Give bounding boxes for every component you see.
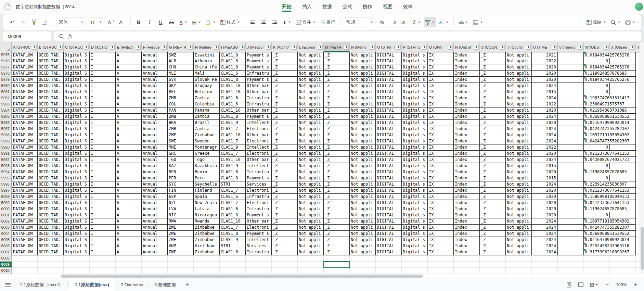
- row-header-6010[interactable]: 6010: [0, 268, 12, 274]
- cell[interactable]: _Z: [324, 169, 350, 175]
- cell[interactable]: [298, 255, 324, 262]
- cell[interactable]: Not appli: [350, 188, 376, 194]
- sheet-list-icon[interactable]: [5, 282, 11, 288]
- cell[interactable]: [38, 262, 64, 268]
- cell[interactable]: IX: [428, 101, 454, 107]
- cell[interactable]: [402, 274, 428, 274]
- cell[interactable]: Annual: [142, 225, 168, 231]
- cell[interactable]: 0.0424747355282307: [584, 225, 636, 231]
- row-header-5990[interactable]: 5990: [0, 144, 12, 151]
- cell[interactable]: Peru: [194, 175, 220, 181]
- cell[interactable]: Not appli: [506, 163, 532, 169]
- cell[interactable]: [610, 255, 636, 262]
- cell[interactable]: DATAFLOW: [12, 101, 38, 107]
- cell[interactable]: 2024: [532, 225, 558, 231]
- cell[interactable]: Not appli: [298, 249, 324, 255]
- filter-dropdown-icon[interactable]: [448, 45, 453, 50]
- cell[interactable]: [168, 268, 194, 274]
- cell[interactable]: Annual: [142, 83, 168, 89]
- cell[interactable]: [90, 255, 116, 262]
- filter-dropdown-icon[interactable]: [474, 45, 479, 50]
- cell[interactable]: Index: [454, 132, 480, 138]
- cell[interactable]: IX: [428, 249, 454, 255]
- cell[interactable]: I: [90, 101, 116, 107]
- cell[interactable]: Index: [454, 58, 480, 64]
- cell[interactable]: [506, 274, 532, 274]
- cell[interactable]: [324, 255, 350, 262]
- cell[interactable]: DATAFLOW: [12, 64, 38, 71]
- cell[interactable]: [558, 95, 584, 101]
- cell[interactable]: [272, 268, 298, 274]
- cell[interactable]: Digital S: [64, 114, 90, 120]
- cell[interactable]: Not appli: [506, 175, 532, 181]
- cell[interactable]: Annual: [142, 175, 168, 181]
- cell[interactable]: Not appli: [350, 237, 376, 243]
- cell[interactable]: Mali: [194, 71, 220, 77]
- cell[interactable]: 0.0368068851530552: [584, 231, 636, 237]
- cell[interactable]: _Z: [324, 225, 350, 231]
- cell[interactable]: Not appli: [350, 126, 376, 132]
- cell[interactable]: Not appli: [298, 225, 324, 231]
- cell[interactable]: IX: [428, 237, 454, 243]
- cell[interactable]: Electroni: [246, 188, 272, 194]
- cell[interactable]: [558, 77, 584, 83]
- cell[interactable]: Zimbabwe: [194, 225, 220, 231]
- cell[interactable]: Not appli: [350, 225, 376, 231]
- cell[interactable]: Digital S: [64, 188, 90, 194]
- cell[interactable]: DIGITAL: [376, 52, 402, 58]
- cell[interactable]: Index: [454, 188, 480, 194]
- cell[interactable]: [610, 212, 636, 218]
- cell[interactable]: [142, 274, 168, 274]
- cell[interactable]: Annual: [142, 163, 168, 169]
- cell[interactable]: [90, 262, 116, 268]
- cell[interactable]: DIGITAL: [376, 181, 402, 188]
- cell[interactable]: _Z: [272, 169, 298, 175]
- cell[interactable]: Digital S: [64, 138, 90, 144]
- cell[interactable]: Not appli: [506, 188, 532, 194]
- cell[interactable]: I: [90, 138, 116, 144]
- cell[interactable]: I: [90, 225, 116, 231]
- cell[interactable]: IX: [428, 71, 454, 77]
- cell[interactable]: Infrastru: [246, 95, 272, 101]
- menu-tab[interactable]: 效率: [402, 1, 413, 13]
- row-header-5981[interactable]: 5981: [0, 89, 12, 95]
- view-switcher-button[interactable]: ⊞: [590, 281, 598, 288]
- cell[interactable]: I: [90, 126, 116, 132]
- cell[interactable]: OECD.TAD.: [38, 243, 64, 249]
- filter-button[interactable]: [424, 17, 436, 27]
- cell[interactable]: Digital s: [402, 144, 428, 151]
- cell[interactable]: 2024: [532, 243, 558, 249]
- cell[interactable]: Not appli: [298, 144, 324, 151]
- cell[interactable]: [38, 274, 64, 274]
- cell[interactable]: DIGITAL: [376, 157, 402, 163]
- cell[interactable]: [558, 58, 584, 64]
- cell[interactable]: Digital s: [402, 77, 428, 83]
- cell[interactable]: Digital s: [402, 101, 428, 107]
- cell[interactable]: OECD.TAD.: [38, 95, 64, 101]
- cell[interactable]: [532, 255, 558, 262]
- cell[interactable]: Digital S: [64, 120, 90, 126]
- cell[interactable]: [454, 274, 480, 274]
- cell[interactable]: [454, 268, 480, 274]
- cell[interactable]: PAN: [168, 107, 194, 114]
- row-header-6009[interactable]: 6009: [0, 262, 12, 268]
- cell[interactable]: Not appli: [506, 114, 532, 120]
- menu-tab[interactable]: 数据: [322, 1, 333, 13]
- cell[interactable]: Annual: [142, 126, 168, 132]
- cell[interactable]: [454, 262, 480, 268]
- cell[interactable]: IX: [428, 83, 454, 89]
- cell[interactable]: Not appli: [298, 138, 324, 144]
- cell-styles-button[interactable]: 样式: [219, 17, 241, 27]
- cell[interactable]: IX: [428, 107, 454, 114]
- cell[interactable]: STRI: [220, 181, 246, 188]
- cell[interactable]: Payment s: [246, 58, 272, 64]
- cell[interactable]: [584, 274, 610, 274]
- cell[interactable]: IX: [428, 64, 454, 71]
- cell[interactable]: CLAS1_9: [220, 144, 246, 151]
- cell[interactable]: Services: [246, 181, 272, 188]
- cell[interactable]: IX: [428, 89, 454, 95]
- decrease-decimal-button[interactable]: ←.0: [388, 17, 397, 27]
- cell[interactable]: Index: [454, 126, 480, 132]
- cell[interactable]: Not appli: [350, 212, 376, 218]
- cell[interactable]: Not appli: [506, 71, 532, 77]
